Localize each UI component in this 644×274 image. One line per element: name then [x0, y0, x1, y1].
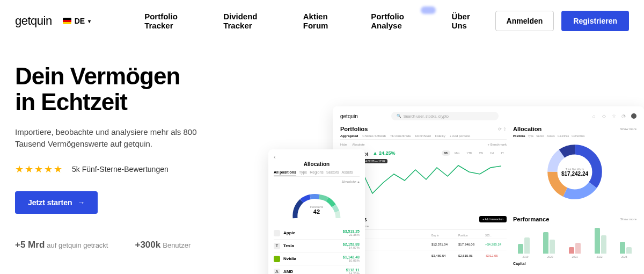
pill-1w[interactable]: 1W	[476, 150, 486, 156]
logo: getquin	[15, 14, 52, 28]
pill-1y[interactable]: 1Y	[498, 150, 507, 156]
show-more-link[interactable]: Show more	[620, 127, 636, 131]
pos-name: Nvidia	[283, 256, 340, 261]
register-button[interactable]: Registrieren	[561, 11, 629, 31]
tab-schwab[interactable]: Charles Schwab	[362, 134, 386, 138]
avatar[interactable]	[631, 113, 636, 119]
dashboard-topbar: getquin 🔍 Search user, stocks, crypto ⌂ …	[340, 112, 636, 120]
star-icon: ★	[34, 163, 43, 175]
rating-text: 5k Fünf-Sterne-Bewertungen	[72, 165, 169, 174]
tab-type[interactable]: Type	[299, 170, 307, 174]
dashboard-mockup: ‹ Allocation All positions Type Regions …	[268, 106, 633, 274]
list-item[interactable]: AAMD$112.1114.23%	[274, 265, 360, 274]
star-icon: ★	[54, 163, 62, 175]
allocation-panel-tabs: Positions Type Sector Assets Countries C…	[513, 134, 636, 138]
tab-sector[interactable]: Sector	[536, 134, 544, 138]
dashboard-logo: getquin	[340, 113, 358, 119]
benchmark-button[interactable]: + Benchmark	[487, 143, 507, 146]
tab-all-positions[interactable]: All positions	[274, 170, 296, 176]
list-item[interactable]: Nvidia$1,142.4310.05%	[274, 253, 360, 265]
nav-aktien-forum[interactable]: Aktien Forum	[303, 12, 350, 30]
search-icon: 🔍	[397, 114, 401, 118]
nav-ueber-uns[interactable]: Über Uns	[452, 12, 485, 30]
show-more-link[interactable]: Show more	[620, 218, 636, 221]
login-button[interactable]: Anmelden	[495, 11, 554, 31]
compass-icon[interactable]: ◇	[602, 113, 608, 119]
row-buyin: $3,489.54	[431, 254, 458, 257]
gauge-center: Positions 42	[310, 205, 323, 215]
star-icon: ★	[15, 163, 24, 175]
pill-ytd[interactable]: YTD	[464, 150, 474, 156]
arrow-right-icon: →	[77, 198, 85, 207]
table-head: Buy in Position 365…	[340, 232, 507, 239]
nav-portfolio-analyse[interactable]: Portfolio Analyse	[371, 12, 431, 30]
stat-label: auf getquin getrackt	[47, 241, 108, 249]
main-nav: Portfolio Tracker Dividend Tracker Aktie…	[144, 12, 484, 30]
back-icon: ‹	[274, 154, 360, 160]
pos-name: AMD	[283, 269, 343, 274]
flag-de-icon	[63, 18, 71, 24]
rating: ★ ★ ★ ★ ★ 5k Fünf-Sterne-Bewertungen	[15, 163, 273, 175]
topbar-icons: ⌂ ◇ ☆ ◔	[592, 113, 636, 119]
stat-users: +300kBenutzer	[135, 240, 191, 250]
pos-pct: 10.05%	[343, 259, 360, 262]
table-row[interactable]: AppleAAPL · 115.2 $12,571.04 $17,246.08 …	[340, 239, 507, 250]
pos-pct: 14.23%	[346, 272, 360, 274]
tab-type[interactable]: Type	[528, 134, 534, 138]
tab-add-portfolio[interactable]: + Add portfolio	[450, 134, 471, 138]
performance-panel: Performance Show more 2019 2020 2021	[513, 216, 636, 265]
tab-countries[interactable]: Countries	[558, 134, 569, 138]
portfolio-tabs: Aggregated Charles Schwab TD Ameritrade …	[340, 134, 507, 140]
pos-name: Apple	[283, 230, 340, 235]
cta-button[interactable]: Jetzt starten →	[15, 191, 98, 214]
allocation-panel-title: Allocation	[513, 126, 541, 132]
list-item[interactable]: Apple$3,513.2523.38%	[274, 227, 360, 240]
tab-positions[interactable]: Positions	[513, 134, 525, 138]
pos-val: $112.11	[346, 268, 360, 272]
list-item[interactable]: TTesla$2,152.8314.07%	[274, 240, 360, 253]
tab-currencies[interactable]: Currencies	[572, 134, 584, 138]
sub-absolute[interactable]: Absolute	[352, 143, 364, 146]
pos-name: Tesla	[283, 243, 340, 248]
portfolios-title: Portfolios	[340, 126, 368, 132]
dashboard-main-card: getquin 🔍 Search user, stocks, crypto ⌂ …	[333, 106, 644, 274]
sub-hide[interactable]: Hide	[340, 143, 347, 146]
col-position: Position	[458, 234, 485, 237]
tab-sectors[interactable]: Sectors	[326, 170, 339, 174]
tab-regions[interactable]: Regions	[310, 170, 324, 174]
search-input[interactable]: 🔍 Search user, stocks, crypto	[391, 112, 499, 120]
tab-assets[interactable]: Assets	[342, 170, 353, 174]
row-pos: $2,515.06	[458, 254, 485, 257]
tab-aggregated[interactable]: Aggregated	[340, 134, 358, 138]
pill-max[interactable]: Max	[452, 150, 462, 156]
star-icon[interactable]: ☆	[612, 113, 617, 119]
pill-1d[interactable]: 1D	[442, 150, 450, 156]
tab-robinhood[interactable]: Robinhood	[415, 134, 431, 138]
nav-dividend-tracker[interactable]: Dividend Tracker	[223, 12, 283, 30]
absolute-toggle[interactable]: Absolute ●	[274, 180, 360, 184]
pill-1m[interactable]: 1M	[487, 150, 496, 156]
tab-td[interactable]: TD Ameritrade	[390, 134, 411, 138]
hero-title-line1: Dein Vermögen	[15, 63, 180, 89]
add-transaction-button[interactable]: + Add transaction	[479, 216, 507, 222]
hero-title-line2: in Echtzeit	[15, 89, 127, 115]
table-row[interactable]: TeslaTSLA · 4.0 $3,489.54 $2,515.06 -$91…	[340, 250, 507, 261]
home-icon[interactable]: ⌂	[592, 113, 598, 119]
nav-portfolio-tracker[interactable]: Portfolio Tracker	[144, 12, 203, 30]
portfolio-subtabs: Hide Absolute + Benchmark	[340, 143, 507, 146]
row-chg: -$912.05	[485, 254, 507, 257]
tab-fidelity[interactable]: Fidelity	[435, 134, 445, 138]
allocation-title: Allocation	[274, 161, 360, 167]
positions-count: 42	[310, 208, 323, 215]
range-pills: 1D Max YTD 1W 1M 1Y	[442, 150, 507, 156]
cta-label: Jetzt starten	[28, 198, 72, 207]
panel-actions-icon[interactable]: ⟳ ⇪	[498, 127, 507, 132]
stat-num: +300k	[135, 240, 160, 250]
year-label: 2023	[621, 255, 627, 258]
allocation-side-card: ‹ Allocation All positions Type Regions …	[268, 149, 365, 274]
locale-selector[interactable]: DE ▾	[63, 17, 91, 25]
bell-icon[interactable]: ◔	[621, 113, 627, 119]
capital-label: Capital	[513, 262, 636, 265]
col-365: 365…	[485, 234, 507, 237]
tab-assets[interactable]: Assets	[547, 134, 555, 138]
